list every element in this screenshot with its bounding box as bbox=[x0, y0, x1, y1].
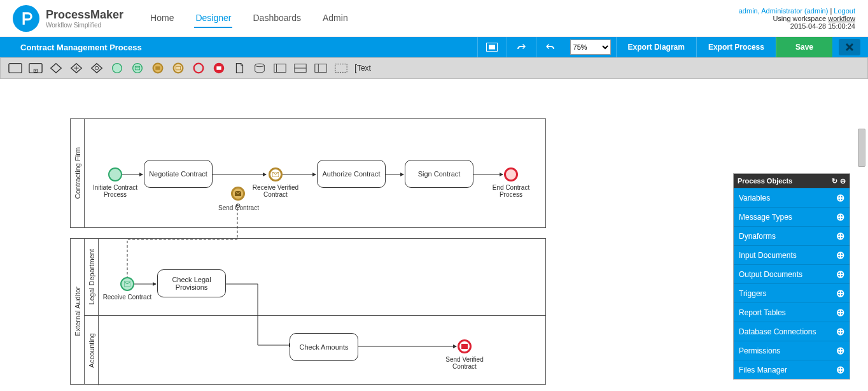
nav-admin[interactable]: Admin bbox=[321, 9, 349, 28]
end-send-verified[interactable] bbox=[458, 339, 472, 353]
logo-subtitle: Workflow Simplified bbox=[46, 22, 123, 29]
tool-task[interactable] bbox=[7, 61, 24, 75]
svg-rect-17 bbox=[274, 64, 286, 73]
process-title: Contract Management Process bbox=[20, 43, 142, 52]
task-sign[interactable]: Sign Contract bbox=[405, 160, 473, 188]
plus-icon[interactable]: ⊕ bbox=[836, 211, 844, 223]
panel-item-output-documents[interactable]: Output Documents⊕ bbox=[734, 264, 850, 283]
task-check-legal[interactable]: Check Legal Provisions bbox=[157, 269, 226, 297]
user-label-link[interactable]: admin, Administrator (admin) bbox=[739, 7, 829, 15]
panel-item-message-types[interactable]: Message Types⊕ bbox=[734, 207, 850, 226]
plus-icon[interactable]: ⊕ bbox=[836, 325, 844, 338]
boundary-send-contract[interactable] bbox=[231, 187, 245, 201]
panel-item-files-manager[interactable]: Files Manager⊕ bbox=[734, 360, 850, 379]
panel-item-variables[interactable]: Variables⊕ bbox=[734, 188, 850, 207]
tool-data-store[interactable] bbox=[251, 61, 268, 75]
svg-point-6 bbox=[113, 64, 122, 73]
nav-home[interactable]: Home bbox=[149, 9, 175, 28]
tool-start-event[interactable] bbox=[109, 61, 125, 75]
end-event[interactable] bbox=[504, 167, 518, 181]
panel-item-permissions[interactable]: Permissions⊕ bbox=[734, 341, 850, 360]
plus-icon[interactable]: ⊕ bbox=[836, 345, 844, 357]
nav-dashboards[interactable]: Dashboards bbox=[251, 9, 302, 28]
tool-pool[interactable] bbox=[272, 61, 288, 75]
plus-icon[interactable]: ⊕ bbox=[836, 192, 844, 204]
bpmn-toolbar: [Text bbox=[0, 57, 868, 79]
plus-icon[interactable]: ⊕ bbox=[836, 268, 844, 280]
tool-gateway-exclusive[interactable] bbox=[48, 61, 64, 75]
plus-icon[interactable]: ⊕ bbox=[836, 287, 844, 299]
svg-rect-19 bbox=[315, 64, 326, 73]
panel-item-database-connections[interactable]: Database Connections⊕ bbox=[734, 322, 850, 341]
svg-rect-10 bbox=[155, 66, 160, 70]
svg-point-13 bbox=[194, 64, 204, 73]
undo-button[interactable] bbox=[536, 37, 565, 57]
close-button[interactable] bbox=[839, 39, 860, 55]
svg-point-5 bbox=[95, 66, 99, 70]
tool-end-event[interactable] bbox=[190, 61, 207, 75]
tool-text[interactable]: [Text bbox=[353, 61, 372, 75]
redo-button[interactable] bbox=[507, 37, 536, 57]
tool-gateway-inclusive[interactable] bbox=[88, 61, 105, 75]
diagram-canvas[interactable]: Contracting Firm Initiate Contract Proce… bbox=[0, 79, 868, 391]
header-timestamp: 2015-04-28 15:00:24 bbox=[739, 22, 855, 30]
tool-lane[interactable] bbox=[292, 61, 309, 75]
task-negotiate[interactable]: Negotiate Contract bbox=[144, 160, 213, 188]
fullscreen-button[interactable] bbox=[477, 37, 507, 57]
event-receive-verified[interactable] bbox=[269, 167, 283, 181]
end-event-label: End Contract Process bbox=[486, 184, 536, 198]
event-receive-verified-label: Receive Verified Contract bbox=[250, 184, 301, 198]
header-user-area: admin, Administrator (admin) | Logout Us… bbox=[739, 7, 855, 30]
logo-icon bbox=[13, 5, 39, 32]
export-diagram-button[interactable]: Export Diagram bbox=[616, 37, 696, 57]
start-receive-contract[interactable] bbox=[120, 277, 134, 291]
svg-rect-15 bbox=[216, 66, 221, 70]
svg-rect-1 bbox=[489, 45, 495, 50]
tool-group[interactable] bbox=[312, 61, 329, 75]
plus-icon[interactable]: ⊕ bbox=[836, 364, 844, 376]
tool-annotation[interactable] bbox=[333, 61, 349, 75]
tool-data-object[interactable] bbox=[231, 61, 248, 75]
side-scroll-grip[interactable] bbox=[858, 129, 865, 167]
panel-header: Process Objects ↻ ⊖ bbox=[734, 174, 850, 188]
svg-point-16 bbox=[255, 64, 265, 67]
save-button[interactable]: Save bbox=[776, 37, 832, 57]
title-bar: Contract Management Process 75% Export D… bbox=[0, 37, 868, 57]
panel-item-input-documents[interactable]: Input Documents⊕ bbox=[734, 245, 850, 264]
process-objects-panel: Process Objects ↻ ⊖ Variables⊕ Message T… bbox=[733, 173, 850, 380]
panel-item-report-tables[interactable]: Report Tables⊕ bbox=[734, 302, 850, 322]
panel-collapse-icon[interactable]: ⊖ bbox=[840, 177, 846, 185]
tool-end-message[interactable] bbox=[211, 61, 227, 75]
plus-icon[interactable]: ⊕ bbox=[836, 230, 844, 242]
logo[interactable]: ProcessMaker Workflow Simplified bbox=[13, 5, 123, 32]
panel-item-dynaforms[interactable]: Dynaforms⊕ bbox=[734, 226, 850, 245]
start-event-initiate[interactable] bbox=[108, 167, 122, 181]
pool-external-auditor[interactable]: External Auditor Legal Department Accoun… bbox=[70, 238, 546, 385]
workspace-name[interactable]: workflow bbox=[828, 15, 855, 22]
tool-gateway-parallel[interactable] bbox=[68, 61, 85, 75]
lane-accounting[interactable]: Accounting bbox=[85, 315, 99, 385]
plus-icon[interactable]: ⊕ bbox=[836, 306, 844, 318]
panel-refresh-icon[interactable]: ↻ bbox=[832, 177, 837, 185]
panel-item-triggers[interactable]: Triggers⊕ bbox=[734, 283, 850, 302]
end-send-verified-label: Send Verified Contract bbox=[439, 356, 490, 370]
lane-legal-department[interactable]: Legal Department bbox=[85, 239, 99, 315]
nav-designer[interactable]: Designer bbox=[194, 9, 232, 28]
start-event-initiate-label: Initiate Contract Process bbox=[90, 184, 141, 198]
tool-subprocess[interactable] bbox=[27, 61, 44, 75]
task-authorize[interactable]: Authorize Contract bbox=[317, 160, 386, 188]
pool-contracting-firm[interactable]: Contracting Firm Initiate Contract Proce… bbox=[70, 118, 546, 228]
task-check-amounts[interactable]: Check Amounts bbox=[290, 333, 358, 361]
zoom-select[interactable]: 75% bbox=[570, 39, 611, 55]
svg-rect-2 bbox=[9, 64, 22, 73]
tool-inter-throw[interactable] bbox=[150, 61, 166, 75]
svg-point-11 bbox=[174, 64, 183, 73]
logout-link[interactable]: Logout bbox=[834, 7, 855, 15]
plus-icon[interactable]: ⊕ bbox=[836, 249, 844, 261]
tool-start-message[interactable] bbox=[129, 61, 146, 75]
app-header: ProcessMaker Workflow Simplified Home De… bbox=[0, 0, 868, 37]
tool-inter-catch[interactable] bbox=[170, 61, 186, 75]
main-nav: Home Designer Dashboards Admin bbox=[149, 9, 349, 28]
pool-label-external-auditor: External Auditor bbox=[71, 239, 85, 384]
export-process-button[interactable]: Export Process bbox=[696, 37, 776, 57]
